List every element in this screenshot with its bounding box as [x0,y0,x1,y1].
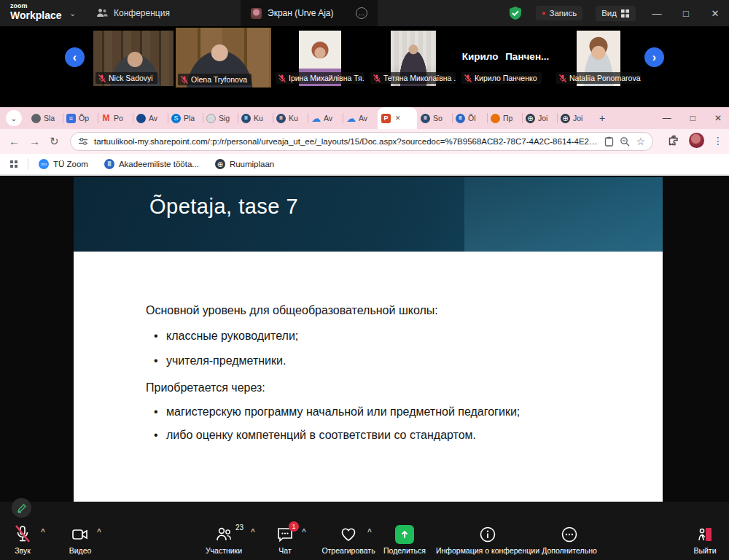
participants-label: Участники [198,546,249,555]
browser-maximize-button[interactable]: □ [690,113,695,123]
clipboard-icon[interactable] [604,136,614,147]
browser-tab[interactable]: ⅢKu [238,107,273,129]
bookmark-ruumiplaan[interactable]: ⊕Ruumiplaan [215,159,274,169]
favicon-university: Ⅲ [456,114,465,123]
browser-tab[interactable]: ☁Av [343,107,378,129]
participant-name-text: Nataliia Ponomarova [569,74,640,82]
participant-name-text: Nick Sadovyi [109,74,153,82]
window-maximize-button[interactable]: □ [678,8,694,19]
leave-label: Выйти [683,546,727,555]
security-shield-icon[interactable] [508,6,523,20]
browser-tab[interactable]: Av [133,107,168,129]
bookmark-label: Akadeemiliste tööta... [119,160,199,168]
zoom-workspace-logo: zoom Workplace [10,3,62,20]
divider [28,158,28,170]
tab-title: Õp [79,114,89,122]
tab-conference[interactable]: Конференция [86,0,180,26]
meeting-info-button[interactable]: Информация о конференции [429,525,547,555]
more-button[interactable]: Дополнительно [533,525,606,555]
address-bar[interactable]: tartuulikool-my.sharepoint.com/:p:/r/per… [70,132,653,151]
apps-grid-icon[interactable] [10,160,17,168]
tab-title: Po [114,114,123,122]
chat-menu-caret[interactable]: ^ [302,528,306,536]
screen-tab-options-icon[interactable]: … [356,7,367,19]
mic-muted-icon [98,74,106,82]
participants-button[interactable]: 23 Участники [198,525,249,555]
react-button[interactable]: Отреагировать [313,525,383,555]
tab-screen-share[interactable]: Экран (Urve Aja) … [241,0,378,26]
browser-toolbar: ← → ↻ tartuulikool-my.sharepoint.com/:p:… [0,129,729,154]
browser-tab[interactable]: ≡Õp [63,107,98,129]
browser-close-button[interactable]: ✕ [714,113,722,123]
favicon-site [491,114,500,123]
participant-tile[interactable]: Nick Sadovyi [93,31,174,86]
browser-tab[interactable]: Пр [487,107,522,129]
browser-tab[interactable]: ⅢKu [273,107,308,129]
extensions-icon[interactable] [668,134,680,147]
video-menu-caret[interactable]: ^ [97,528,101,536]
filmstrip-prev-button[interactable]: ‹ [65,47,85,67]
participant-name-text: Ірина Михайлівна Тя... [289,74,364,82]
window-close-button[interactable]: ✕ [707,8,723,19]
workspace-chevron-icon[interactable]: ⌄ [69,9,76,18]
chat-button[interactable]: 1 Чат [268,525,302,555]
zoom-window: zoom Workplace ⌄ Конференция Экран (Urve… [0,0,729,560]
favicon-onedrive: ☁ [311,114,321,123]
react-menu-caret[interactable]: ^ [367,528,372,536]
browser-tab[interactable]: ⊕Joi [522,107,557,129]
tab-title: Õl [468,114,476,122]
participants-count: 23 [235,524,243,532]
browser-tab[interactable]: MPo [98,107,133,129]
audio-button[interactable]: Звук [1,525,44,555]
record-dot-icon: ● [542,9,545,17]
filmstrip-next-button[interactable]: › [644,47,664,67]
reload-icon[interactable]: ↻ [50,135,59,148]
bookmark-tu-zoom[interactable]: zmTÜ Zoom [39,159,88,169]
zoom-page-icon[interactable] [620,136,630,147]
browser-tab[interactable]: Sla [28,107,63,129]
recording-indicator[interactable]: ● Запись [536,6,582,20]
favicon-onedrive: ☁ [346,114,356,123]
leave-button[interactable]: Выйти [683,525,727,555]
annotate-button[interactable] [12,498,31,518]
participant-tile[interactable]: Nataliia Ponomarova [554,31,643,86]
site-info-icon[interactable] [78,137,88,146]
window-minimize-button[interactable]: — [649,8,665,19]
browser-tab-active[interactable]: P✕ [378,107,417,129]
tab-title: Av [149,114,157,122]
video-button[interactable]: Видео [58,525,102,555]
slide-bullet: классные руководители; [166,330,298,343]
browser-menu-icon[interactable]: ⋮ [713,135,723,147]
participant-tile[interactable]: Ірина Михайлівна Тя... [273,31,366,86]
bookmarks-bar: zmTÜ Zoom ⅢAkadeemiliste tööta... ⊕Ruumi… [0,154,729,174]
participant-filmstrip: ‹ › Nick Sadovyi Olena Tryfonova Ірина М… [0,26,729,89]
bookmark-akadeemiliste[interactable]: ⅢAkadeemiliste tööta... [104,159,199,169]
browser-tab[interactable]: ⅢSo [417,107,452,129]
browser-tab[interactable]: ⊕Joi [557,107,592,129]
participant-tile-no-video[interactable]: Кирило Панчен... Кирило Панченко [459,31,552,86]
favicon-university: Ⅲ [276,114,286,123]
browser-minimize-button[interactable]: — [663,113,671,123]
tab-search-button[interactable]: ⌄ [6,110,22,126]
audio-menu-caret[interactable]: ^ [41,528,45,536]
bookmark-star-icon[interactable]: ☆ [636,136,645,147]
view-button[interactable]: Вид [596,6,636,21]
share-screen-button[interactable]: Поделиться [376,525,433,555]
back-icon[interactable]: ← [9,135,20,147]
participants-menu-caret[interactable]: ^ [251,528,255,536]
chat-label: Чат [268,546,302,555]
participant-name-label: Olena Tryfonova [178,74,252,85]
forward-icon[interactable]: → [29,135,40,147]
logo-zoom-text: zoom [10,3,62,9]
heart-icon [339,525,358,544]
participant-tile[interactable]: Olena Tryfonova [176,28,271,88]
new-tab-button[interactable]: + [592,107,612,129]
browser-tab[interactable]: ⅢÕl [452,107,487,129]
browser-tab[interactable]: Sig [203,107,238,129]
tab-close-icon[interactable]: ✕ [395,114,401,122]
logo-workspace-text: Workplace [10,10,62,20]
browser-tab[interactable]: SPla [168,107,203,129]
participant-tile[interactable]: Тетяна Миколаївна ... [368,31,458,86]
profile-avatar[interactable] [689,133,704,148]
browser-tab[interactable]: ☁Av [308,107,343,129]
